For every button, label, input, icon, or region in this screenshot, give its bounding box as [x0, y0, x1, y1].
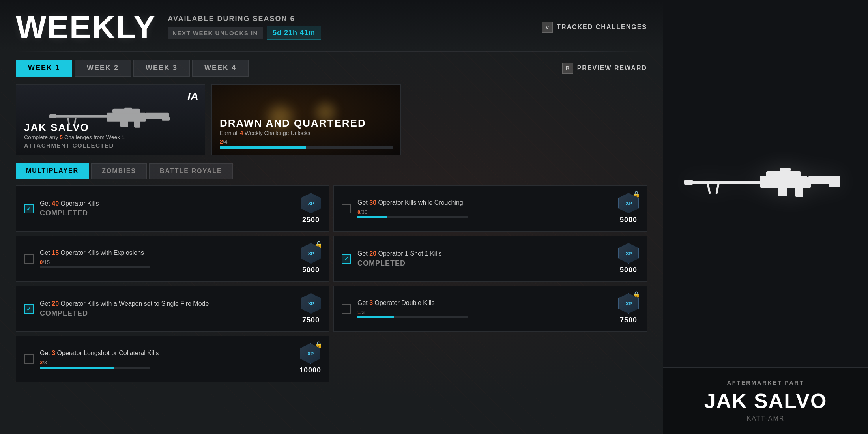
c3-highlight: 15 [52, 249, 59, 256]
challenge-grid: Get 40 Operator Kills COMPLETED XP 2500 … [0, 185, 663, 382]
drawn-progress-label: 2/4 [220, 138, 393, 145]
svg-rect-19 [778, 187, 787, 196]
challenge-status-4: COMPLETED [357, 259, 612, 268]
c6-highlight: 3 [369, 299, 373, 306]
drawn-progress: 2/4 [220, 138, 393, 149]
challenge-title-3: Get 15 Operator Kills with Explosions [40, 249, 294, 257]
challenge-checkbox-5[interactable] [24, 304, 34, 314]
reward-sub-label: KATT-AMR [679, 415, 852, 422]
c2-highlight: 30 [369, 199, 376, 206]
xp-badge-7: XP 10000 [299, 343, 321, 374]
svg-rect-10 [74, 117, 77, 125]
xp-value-7: 10000 [299, 366, 321, 374]
challenge-card-6: 🔒 Get 3 Operator Double Kills 1/3 XP [333, 286, 647, 332]
c1-suffix: Operator Kills [59, 200, 99, 207]
challenge-content-7: Get 3 Operator Longshot or Collateral Ki… [40, 349, 293, 369]
available-text: AVAILABLE DURING SEASON 6 [168, 15, 321, 23]
jak-salvo-desc: Complete any 5 Challenges from Week 1 [24, 134, 197, 140]
progress-bar-7 [40, 367, 150, 369]
next-week-badge: NEXT WEEK UNLOCKS IN 5d 21h 41m [168, 26, 321, 40]
reward-logo: IA [187, 90, 198, 103]
challenge-progress-6: 1/3 [357, 309, 612, 318]
drawn-desc: Earn all 4 Weekly Challenge Unlocks [220, 130, 393, 136]
progress-fill-6 [357, 316, 394, 318]
c1-highlight: 40 [52, 200, 59, 207]
c4-suffix: Operator 1 Shot 1 Kills [376, 250, 441, 257]
svg-rect-8 [120, 120, 128, 127]
week-tab-4[interactable]: WEEK 4 [192, 60, 249, 77]
svg-rect-20 [707, 183, 711, 194]
progress-label-3: 0/15 [40, 259, 294, 265]
timer-badge: 5d 21h 41m [267, 26, 321, 40]
challenge-content-3: Get 15 Operator Kills with Explosions 0/… [40, 249, 294, 269]
challenge-status-5: COMPLETED [40, 309, 294, 318]
challenge-checkbox-7[interactable] [24, 354, 34, 364]
challenge-checkbox-4[interactable] [342, 254, 351, 264]
svg-rect-21 [715, 183, 720, 194]
challenge-card-7: 🔒 Get 3 Operator Longshot or Collateral … [16, 336, 329, 382]
jak-desc-prefix: Complete any [24, 134, 60, 140]
right-panel-gun-display [663, 0, 868, 367]
challenge-checkbox-2[interactable] [342, 204, 351, 213]
svg-rect-22 [760, 176, 807, 178]
xp-value-1: 2500 [302, 216, 320, 224]
right-gun-silhouette [683, 160, 849, 208]
challenge-checkbox-6[interactable] [342, 304, 351, 314]
drawn-desc-prefix: Earn all [220, 130, 240, 136]
week-tab-1[interactable]: WEEK 1 [16, 60, 72, 77]
week-tab-3[interactable]: WEEK 3 [133, 60, 190, 77]
c6-suffix: Operator Double Kills [373, 299, 435, 306]
c3-suffix: Operator Kills with Explosions [59, 249, 144, 256]
mode-tab-battle-royale[interactable]: BATTLE ROYALE [149, 163, 233, 179]
xp-value-4: 5000 [620, 266, 637, 274]
drawn-progress-bar-container [220, 146, 393, 149]
week-tab-2[interactable]: WEEK 2 [75, 60, 131, 77]
page-title: WEEKLY [16, 11, 156, 43]
xp-icon-4: XP [618, 243, 639, 264]
svg-rect-12 [684, 180, 693, 185]
reward-type-label: AFTERMARKET PART [679, 380, 852, 386]
drawn-max: 4 [224, 138, 228, 145]
right-panel: AFTERMARKET PART JAK SALVO KATT-AMR [663, 0, 868, 434]
challenge-title-6: Get 3 Operator Double Kills [357, 299, 612, 307]
tracked-challenges-button[interactable]: V TRACKED CHALLENGES [542, 22, 647, 33]
reward-card-jak-salvo: IA JAK SALVO Complete any 5 Challenges f… [16, 84, 205, 155]
header-info: AVAILABLE DURING SEASON 6 NEXT WEEK UNLO… [168, 15, 321, 40]
progress-label-2: 8/30 [357, 209, 612, 215]
challenge-checkbox-3[interactable] [24, 254, 34, 264]
week-tabs-left: WEEK 1 WEEK 2 WEEK 3 WEEK 4 [16, 60, 249, 77]
challenge-title-1: Get 40 Operator Kills [40, 200, 294, 208]
drawn-desc-highlight: 4 [240, 130, 243, 136]
xp-badge-6: XP 7500 [618, 293, 639, 324]
challenge-card-1: Get 40 Operator Kills COMPLETED XP 2500 [16, 185, 329, 232]
progress-fill-2 [357, 216, 387, 218]
c7-prefix: Get [40, 350, 52, 356]
xp-badge-5: XP 7500 [301, 293, 321, 324]
challenge-title-7: Get 3 Operator Longshot or Collateral Ki… [40, 349, 293, 357]
mode-tab-multiplayer[interactable]: MULTIPLAYER [16, 163, 89, 179]
header: WEEKLY AVAILABLE DURING SEASON 6 NEXT WE… [0, 0, 663, 51]
jak-desc-suffix: Challenges from Week 1 [63, 134, 125, 140]
xp-value-5: 7500 [302, 316, 320, 324]
preview-reward-button[interactable]: R PREVIEW REWARD [562, 63, 647, 74]
progress-label-7: 2/3 [40, 359, 293, 365]
svg-rect-3 [112, 109, 140, 114]
reward-big-name: JAK SALVO [679, 391, 852, 411]
xp-badge-4: XP 5000 [618, 243, 639, 274]
progress-bar-3 [40, 266, 150, 268]
challenge-content-6: Get 3 Operator Double Kills 1/3 [357, 299, 612, 319]
challenge-title-4: Get 20 Operator 1 Shot 1 Kills [357, 250, 612, 258]
progress-bar-6 [357, 316, 468, 318]
xp-badge-3: XP 5000 [301, 243, 321, 274]
header-right: V TRACKED CHALLENGES [542, 22, 647, 33]
gun-silhouette-jak [47, 102, 174, 135]
mode-tabs: MULTIPLAYER ZOMBIES BATTLE ROYALE [0, 163, 663, 179]
xp-value-6: 7500 [620, 316, 637, 324]
c3-prefix: Get [40, 249, 52, 256]
mode-tab-zombies[interactable]: ZOMBIES [91, 163, 147, 179]
c2-sep: /30 [360, 209, 367, 215]
progress-fill-7 [40, 367, 114, 369]
svg-rect-9 [67, 117, 70, 125]
tracked-key-badge: V [542, 22, 553, 33]
challenge-checkbox-1[interactable] [24, 204, 34, 213]
